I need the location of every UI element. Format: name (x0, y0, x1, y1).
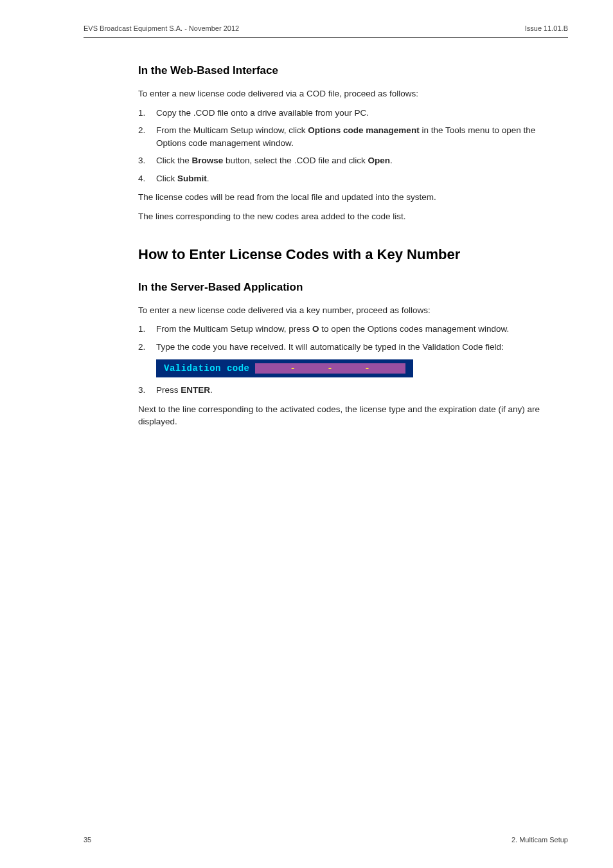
list-item: Click Submit. (138, 172, 549, 185)
intro-text: To enter a new license code delivered vi… (138, 87, 549, 100)
steps-list-2-cont: Press ENTER. (138, 384, 549, 397)
dash-icon: - (327, 363, 333, 374)
list-item: Copy the .COD file onto a drive availabl… (138, 107, 549, 120)
paragraph: Next to the line corresponding to the ac… (138, 403, 549, 428)
paragraph: The lines corresponding to the new codes… (138, 210, 549, 223)
header-right: Issue 11.01.B (525, 24, 568, 32)
heading-web-interface: In the Web-Based Interface (138, 64, 549, 77)
list-item: Press ENTER. (138, 384, 549, 397)
heading-key-number: How to Enter License Codes with a Key Nu… (138, 246, 549, 263)
intro-text: To enter a new license code delivered vi… (138, 304, 549, 317)
validation-code-label: Validation code (164, 363, 250, 374)
list-item: Type the code you have received. It will… (138, 341, 549, 354)
list-item: Click the Browse button, select the .COD… (138, 154, 549, 167)
header-left: EVS Broadcast Equipment S.A. - November … (84, 24, 239, 32)
dash-icon: - (364, 363, 370, 374)
steps-list-1: Copy the .COD file onto a drive availabl… (138, 107, 549, 185)
footer-section: 2. Multicam Setup (511, 836, 568, 844)
paragraph: The license codes will be read from the … (138, 191, 549, 204)
validation-code-box: Validation code - - - (156, 359, 413, 377)
page-footer: 35 2. Multicam Setup (84, 836, 568, 844)
page-content: In the Web-Based Interface To enter a ne… (138, 64, 549, 435)
page-number: 35 (84, 836, 91, 844)
dash-icon: - (290, 363, 296, 374)
steps-list-2: From the Multicam Setup window, press O … (138, 323, 549, 353)
list-item: From the Multicam Setup window, click Op… (138, 124, 549, 149)
list-item: From the Multicam Setup window, press O … (138, 323, 549, 336)
heading-server-app: In the Server-Based Application (138, 281, 549, 294)
validation-code-input: - - - (255, 363, 405, 374)
page-header: EVS Broadcast Equipment S.A. - November … (84, 0, 568, 38)
